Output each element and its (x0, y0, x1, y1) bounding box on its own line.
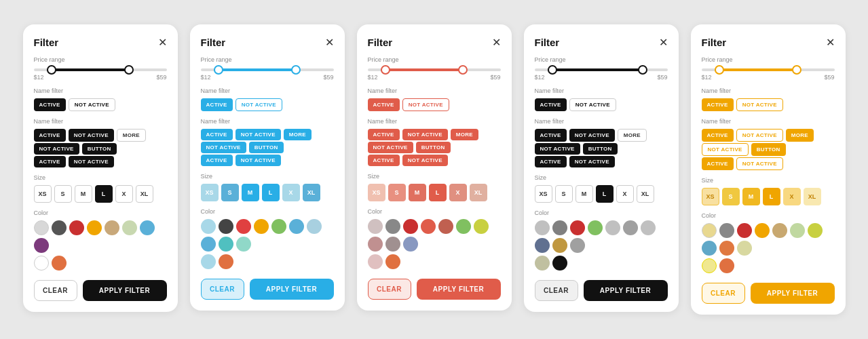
tag-active-1b1[interactable]: ACTIVE (34, 129, 66, 142)
close-button-2[interactable]: ✕ (325, 37, 334, 48)
swatch-2[interactable] (52, 220, 67, 235)
swatch5-5[interactable] (772, 223, 787, 238)
tag-active-3a[interactable]: ACTIVE (368, 98, 400, 111)
swatch4-11[interactable] (535, 256, 550, 271)
tag-notactive-4a[interactable]: NOT ACTIVE (569, 98, 616, 111)
tag-notactive-5b1[interactable]: NOT ACTIVE (736, 129, 783, 142)
tag-active-3b3[interactable]: ACTIVE (368, 155, 400, 166)
tag-button-4b2[interactable]: BUTTON (583, 143, 618, 155)
tag-button-3b2[interactable]: BUTTON (416, 142, 451, 153)
clear-button-1[interactable]: CLEAR (34, 280, 77, 301)
size-xl-1[interactable]: XL (136, 185, 153, 203)
tag-active-4a[interactable]: ACTIVE (535, 98, 567, 111)
tag-active-4b1[interactable]: ACTIVE (535, 129, 567, 142)
size-xl-4[interactable]: XL (637, 185, 654, 203)
range-thumb-left-4[interactable] (548, 65, 557, 75)
tag-notactive-4b1[interactable]: NOT ACTIVE (569, 129, 615, 142)
swatch5-12[interactable] (719, 258, 734, 273)
tag-more-3b1[interactable]: MORE (451, 129, 478, 140)
clear-button-3[interactable]: CLEAR (368, 279, 411, 300)
range-thumb-left-3[interactable] (381, 65, 390, 75)
tag-more-4b1[interactable]: MORE (618, 129, 647, 142)
apply-button-2[interactable]: APPLY FILTER (250, 279, 334, 300)
swatch5-11[interactable] (702, 258, 717, 273)
range-thumb-right-5[interactable] (792, 65, 801, 75)
size-xl-3[interactable]: XL (470, 184, 487, 201)
tag-active-3b1[interactable]: ACTIVE (368, 129, 400, 140)
size-m-2[interactable]: M (242, 184, 259, 201)
size-xs-1[interactable]: XS (34, 185, 52, 203)
swatch2-9[interactable] (219, 237, 233, 252)
swatch4-4[interactable] (588, 220, 603, 235)
tag-more-5b1[interactable]: MORE (786, 129, 814, 142)
tag-button-1b2[interactable]: BUTTON (82, 143, 117, 155)
size-xs-3[interactable]: XS (368, 184, 385, 201)
apply-button-1[interactable]: APPLY FILTER (83, 280, 167, 301)
swatch-4[interactable] (87, 220, 102, 235)
size-l-4[interactable]: L (596, 185, 614, 203)
swatch5-9[interactable] (719, 241, 734, 256)
swatch4-9[interactable] (552, 238, 567, 253)
swatch4-10[interactable] (570, 238, 585, 253)
swatch4-6[interactable] (623, 220, 638, 235)
apply-button-4[interactable]: APPLY FILTER (584, 280, 668, 301)
swatch-5[interactable] (105, 220, 119, 235)
swatch5-4[interactable] (755, 223, 770, 238)
swatch3-12[interactable] (385, 254, 400, 269)
size-xl-2[interactable]: XL (303, 184, 320, 201)
tag-active-2a[interactable]: ACTIVE (201, 98, 233, 111)
tag-button-5b2[interactable]: BUTTON (751, 143, 786, 156)
tag-button-2b2[interactable]: BUTTON (249, 142, 284, 153)
range-thumb-left-2[interactable] (214, 65, 223, 75)
size-xs-4[interactable]: XS (535, 185, 552, 203)
swatch3-5[interactable] (438, 219, 453, 234)
swatch4-1[interactable] (535, 220, 550, 235)
size-x-4[interactable]: X (616, 185, 634, 203)
swatch3-4[interactable] (421, 219, 436, 234)
swatch2-2[interactable] (219, 219, 233, 234)
range-thumb-right-2[interactable] (291, 65, 301, 75)
tag-notactive-4b3[interactable]: NOT ACTIVE (569, 156, 615, 167)
tag-notactive-2b3[interactable]: NOT ACTIVE (235, 155, 281, 166)
swatch2-12[interactable] (219, 254, 233, 269)
swatch5-7[interactable] (808, 223, 823, 238)
swatch3-3[interactable] (403, 219, 418, 234)
swatch2-3[interactable] (236, 219, 251, 234)
swatch2-4[interactable] (254, 219, 269, 234)
swatch-10[interactable] (52, 256, 67, 271)
swatch-6[interactable] (122, 220, 137, 235)
range-thumb-left-1[interactable] (47, 65, 56, 75)
swatch4-8[interactable] (535, 238, 550, 253)
swatch5-3[interactable] (737, 223, 752, 238)
swatch3-11[interactable] (368, 254, 383, 269)
size-x-1[interactable]: X (115, 185, 133, 203)
tag-active-4b3[interactable]: ACTIVE (535, 156, 567, 167)
tag-notactive-3b3[interactable]: NOT ACTIVE (402, 155, 448, 166)
range-thumb-right-1[interactable] (124, 65, 134, 75)
swatch4-7[interactable] (641, 220, 656, 235)
swatch2-1[interactable] (201, 219, 216, 234)
swatch3-7[interactable] (474, 219, 489, 234)
swatch2-8[interactable] (201, 237, 216, 252)
swatch-8[interactable] (34, 238, 49, 253)
swatch3-9[interactable] (385, 237, 400, 252)
swatch2-11[interactable] (201, 254, 216, 269)
tag-active-2b1[interactable]: ACTIVE (201, 129, 233, 140)
size-m-5[interactable]: M (742, 188, 760, 205)
swatch3-8[interactable] (368, 237, 383, 252)
swatch3-6[interactable] (456, 219, 471, 234)
swatch5-10[interactable] (737, 241, 752, 256)
tag-active-5a[interactable]: ACTIVE (702, 98, 734, 111)
swatch4-5[interactable] (605, 220, 620, 235)
swatch5-1[interactable] (702, 223, 717, 238)
swatch-3[interactable] (69, 220, 84, 235)
tag-notactive-3b2[interactable]: NOT ACTIVE (368, 142, 413, 153)
size-xs-5[interactable]: XS (702, 188, 719, 205)
tag-more-2b1[interactable]: MORE (284, 129, 312, 140)
tag-active-5b1[interactable]: ACTIVE (702, 129, 734, 142)
swatch5-8[interactable] (702, 241, 717, 256)
swatch3-1[interactable] (368, 219, 383, 234)
clear-button-2[interactable]: CLEAR (201, 279, 244, 300)
size-xs-2[interactable]: XS (201, 184, 219, 201)
swatch2-10[interactable] (236, 237, 251, 252)
